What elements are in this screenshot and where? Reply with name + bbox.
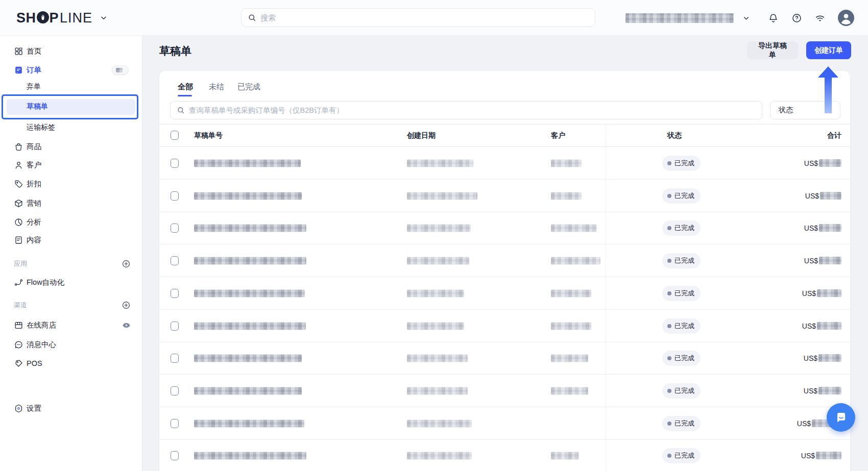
customer-blur — [551, 322, 591, 330]
row-checkbox[interactable] — [171, 451, 179, 460]
tab-全部[interactable]: 全部 — [178, 82, 193, 92]
chat-support-button[interactable] — [827, 403, 855, 432]
table-row[interactable]: 已完成US$ — [159, 310, 850, 342]
row-checkbox[interactable] — [171, 224, 179, 233]
sidebar-item-内容[interactable]: 内容 — [0, 231, 142, 249]
sidebar-item-POS[interactable]: POS — [0, 355, 142, 372]
help-icon[interactable] — [789, 11, 804, 25]
sidebar-item-首页[interactable]: 首页 — [0, 42, 142, 60]
eye-icon[interactable] — [122, 320, 131, 330]
create-order-button[interactable]: 创建订单 — [806, 41, 851, 59]
orders-toggle[interactable] — [112, 65, 129, 75]
draft-number-blur — [194, 387, 302, 394]
table-row[interactable]: 已完成US$ — [159, 342, 850, 375]
avatar[interactable] — [838, 10, 854, 26]
sidebar-item-Flow自动化[interactable]: Flow自动化 — [0, 274, 142, 291]
select-all-checkbox[interactable] — [171, 131, 179, 140]
sidebar-item-弃单[interactable]: 弃单 — [0, 78, 142, 95]
sidebar-item-消息中心[interactable]: 消息中心 — [0, 336, 142, 353]
products-icon — [14, 142, 23, 152]
amount-blur — [819, 159, 841, 167]
table-row[interactable]: 已完成US$ — [159, 180, 850, 212]
search-icon — [248, 13, 256, 22]
sidebar-item-客户[interactable]: 客户 — [0, 156, 142, 173]
wifi-icon[interactable] — [813, 11, 827, 25]
customer-blur — [551, 257, 600, 264]
sidebar-item-订单[interactable]: 订单 — [0, 61, 142, 79]
row-checkbox[interactable] — [171, 419, 179, 428]
sidebar-item-草稿单[interactable]: 草稿单 — [7, 99, 135, 115]
amount-blur — [819, 224, 841, 232]
amount-blur — [817, 289, 841, 297]
status-badge: 已完成 — [662, 188, 701, 204]
row-checkbox[interactable] — [171, 386, 179, 395]
notifications-bell-icon[interactable] — [766, 11, 780, 25]
draft-number-blur — [194, 289, 305, 297]
sidebar-item-label: 订单 — [27, 65, 41, 75]
sidebar-item-label: 内容 — [27, 235, 41, 245]
sidebar-item-设置[interactable]: 设置 — [0, 400, 142, 417]
sidebar-item-label: 草稿单 — [27, 102, 48, 111]
tutorial-arrow-icon — [818, 66, 838, 78]
sidebar-item-营销[interactable]: 营销 — [0, 194, 142, 212]
global-search-input[interactable] — [260, 13, 589, 22]
global-search[interactable] — [241, 8, 595, 27]
export-drafts-button[interactable]: 导出草稿单 — [747, 41, 798, 59]
sidebar-item-折扣[interactable]: 折扣 — [0, 175, 142, 192]
total-cell: US$ — [804, 257, 841, 265]
status-badge: 已完成 — [662, 318, 701, 334]
logo-chevron-down-icon[interactable] — [97, 11, 111, 25]
table-row[interactable]: 已完成US$ — [159, 407, 850, 440]
created-date-blur — [407, 289, 464, 297]
row-checkbox[interactable] — [171, 159, 179, 168]
customer-blur — [551, 387, 588, 394]
column-header-客户: 客户 — [551, 131, 565, 140]
table-row[interactable]: 已完成US$ — [159, 147, 850, 180]
analytics-icon — [14, 217, 23, 227]
total-cell: US$ — [805, 192, 841, 200]
sidebar-item-运输标签[interactable]: 运输标签 — [0, 119, 142, 136]
amount-blur — [818, 387, 841, 394]
total-cell: US$ — [804, 159, 841, 167]
table-row[interactable]: 已完成US$ — [159, 439, 850, 471]
table-header: 草稿单号创建日期客户状态合计 — [159, 124, 850, 147]
sidebar-item-在线商店[interactable]: 在线商店 — [0, 316, 142, 334]
status-badge: 已完成 — [662, 416, 701, 431]
status-badge: 已完成 — [662, 351, 701, 366]
total-cell: US$ — [802, 322, 841, 330]
draft-number-blur — [194, 322, 306, 330]
table-row[interactable]: 已完成US$ — [159, 277, 850, 310]
table-row[interactable]: 已完成US$ — [159, 244, 850, 277]
row-checkbox[interactable] — [171, 289, 179, 298]
sidebar-item-商品[interactable]: 商品 — [0, 138, 142, 155]
tab-未结[interactable]: 未结 — [209, 82, 224, 92]
plus-circle-icon[interactable] — [122, 259, 131, 268]
row-checkbox[interactable] — [171, 354, 179, 363]
tab-已完成[interactable]: 已完成 — [237, 82, 260, 92]
status-dot-icon — [667, 226, 671, 230]
plus-circle-icon[interactable] — [122, 301, 131, 310]
status-dot-icon — [667, 389, 671, 393]
amount-blur — [819, 257, 841, 264]
sidebar-item-label: 运输标签 — [27, 123, 55, 132]
row-checkbox[interactable] — [171, 256, 179, 265]
sidebar-item-分析[interactable]: 分析 — [0, 213, 142, 231]
draft-search-input[interactable] — [189, 106, 756, 114]
logo-bag-icon — [37, 11, 49, 23]
table-row[interactable]: 已完成US$ — [159, 375, 850, 407]
sidebar-item-label: 渠道 — [14, 301, 27, 310]
row-checkbox[interactable] — [171, 321, 179, 331]
table-row[interactable]: 已完成US$ — [159, 212, 850, 244]
column-header-状态: 状态 — [667, 131, 682, 140]
status-badge: 已完成 — [662, 286, 701, 301]
draft-number-blur — [194, 159, 301, 167]
account-menu[interactable] — [625, 11, 753, 24]
sidebar-item-label: 折扣 — [27, 179, 41, 189]
row-checkbox[interactable] — [171, 191, 179, 201]
created-date-blur — [407, 322, 464, 330]
sidebar-item-label: 应用 — [14, 259, 27, 268]
draft-search-field[interactable] — [170, 101, 762, 119]
status-text: 已完成 — [674, 354, 694, 363]
sidebar-item-label: 设置 — [27, 404, 41, 413]
status-badge: 已完成 — [662, 156, 701, 171]
